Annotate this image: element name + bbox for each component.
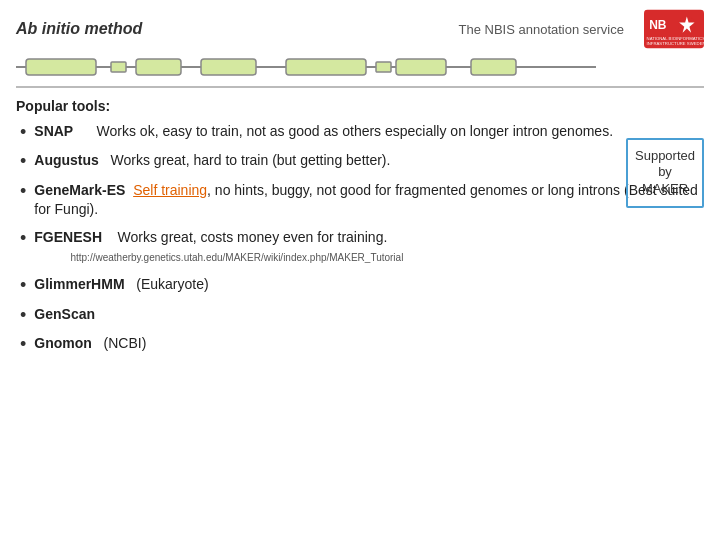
tool-glimmerhmm: GlimmerHMM (Eukaryote) — [34, 275, 704, 295]
bullet-dot: • — [20, 228, 26, 250]
tool-name-genscan: GenScan — [34, 306, 95, 322]
svg-text:INFRASTRUCTURE SWEDEN: INFRASTRUCTURE SWEDEN — [647, 41, 704, 46]
list-item: • GenScan — [16, 305, 704, 327]
svg-text:NATIONAL BIOINFORMATICS: NATIONAL BIOINFORMATICS — [647, 36, 704, 41]
list-item: • GeneMark-ES Self training, no hints, b… — [16, 181, 704, 220]
content-area: Popular tools: • SNAP Works ok, easy to … — [0, 88, 720, 356]
page-title: Ab initio method — [16, 20, 142, 38]
svg-rect-9 — [201, 59, 256, 75]
svg-rect-10 — [286, 59, 366, 75]
svg-text:NB: NB — [649, 18, 667, 32]
svg-rect-8 — [136, 59, 181, 75]
svg-rect-7 — [26, 59, 96, 75]
fgenesh-url: http://weatherby.genetics.utah.edu/MAKER… — [34, 252, 403, 263]
nbis-logo: NB NATIONAL BIOINFORMATICS INFRASTRUCTUR… — [644, 8, 704, 50]
bullet-dot: • — [20, 275, 26, 297]
tool-gnomon: Gnomon (NCBI) — [34, 334, 704, 354]
gene-diagram — [16, 54, 596, 80]
header: Ab initio method The NBIS annotation ser… — [0, 0, 720, 50]
svg-rect-12 — [471, 59, 516, 75]
annotation-service-label: The NBIS annotation service — [459, 22, 624, 37]
list-item: • SNAP Works ok, easy to train, not as g… — [16, 122, 704, 144]
tool-name-snap: SNAP — [34, 123, 73, 139]
svg-rect-13 — [111, 62, 126, 72]
bullet-dot: • — [20, 181, 26, 203]
tool-name-augustus: Augustus — [34, 152, 99, 168]
bullet-dot: • — [20, 122, 26, 144]
bullet-dot: • — [20, 151, 26, 173]
maker-supported-box: Supported by MAKER — [626, 138, 704, 209]
tool-name-glimmerhmm: GlimmerHMM — [34, 276, 124, 292]
gene-diagram-area — [0, 50, 720, 84]
self-training-link[interactable]: Self training — [133, 182, 207, 198]
list-item: • FGENESH Works great, costs money even … — [16, 228, 704, 267]
section-title: Popular tools: — [16, 98, 704, 114]
svg-rect-14 — [376, 62, 391, 72]
svg-rect-11 — [396, 59, 446, 75]
tool-snap: SNAP Works ok, easy to train, not as goo… — [34, 122, 704, 142]
tool-augustus: Augustus Works great, hard to train (but… — [34, 151, 704, 171]
header-right: The NBIS annotation service NB NATIONAL … — [459, 8, 704, 50]
list-item: • GlimmerHMM (Eukaryote) — [16, 275, 704, 297]
list-item: • Augustus Works great, hard to train (b… — [16, 151, 704, 173]
tool-name-fgenesh: FGENESH — [34, 229, 102, 245]
tool-name-genemark: GeneMark-ES — [34, 182, 125, 198]
bullet-dot: • — [20, 305, 26, 327]
tool-genemark: GeneMark-ES Self training, no hints, bug… — [34, 181, 704, 220]
tool-genscan: GenScan — [34, 305, 704, 325]
list-item: • Gnomon (NCBI) — [16, 334, 704, 356]
bullet-dot: • — [20, 334, 26, 356]
tools-list: • SNAP Works ok, easy to train, not as g… — [16, 122, 704, 356]
tool-name-gnomon: Gnomon — [34, 335, 92, 351]
tool-fgenesh: FGENESH Works great, costs money even fo… — [34, 228, 704, 267]
